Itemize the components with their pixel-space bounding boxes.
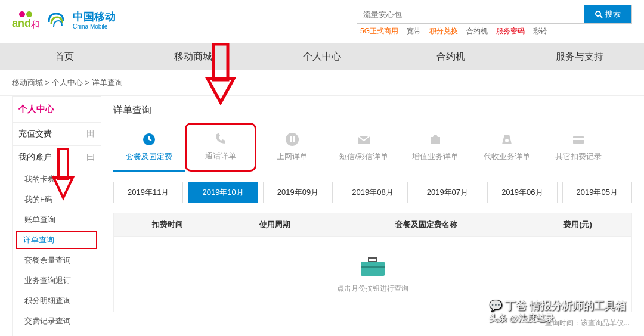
sidebar-item[interactable]: 我的F码 bbox=[13, 189, 101, 210]
tab-pause[interactable]: 上网详单 bbox=[256, 125, 328, 172]
nav-mall[interactable]: 移动商城 bbox=[129, 43, 258, 70]
tab-label: 上网详单 bbox=[259, 151, 326, 162]
tab-label: 其它扣费记录 bbox=[545, 151, 612, 162]
sidebar-item[interactable]: 套餐余量查询 bbox=[13, 250, 101, 270]
phone-icon bbox=[212, 130, 229, 147]
quick-link[interactable]: 5G正式商用 bbox=[360, 26, 398, 36]
svg-rect-11 bbox=[369, 258, 377, 262]
breadcrumb-item: 详单查询 bbox=[92, 78, 123, 87]
th-name: 套餐及固定费名称 bbox=[329, 219, 524, 230]
svg-line-1 bbox=[600, 15, 602, 18]
sidebar-item[interactable]: 交费记录查询 bbox=[13, 311, 101, 331]
search-button[interactable]: 搜索 bbox=[584, 5, 631, 23]
logo-and: and和 bbox=[12, 11, 39, 30]
tab-label: 增值业务详单 bbox=[402, 151, 469, 162]
watermark: 💬 丁爸 情报分析师的工具箱 头条 @法度笔录 bbox=[489, 298, 626, 324]
month-button[interactable]: 2019年05月 bbox=[562, 182, 632, 203]
tab-label: 通话详单 bbox=[189, 151, 252, 161]
month-bar: 2019年11月2019年10月2019年09月2019年08月2019年07月… bbox=[113, 182, 632, 203]
tab-card[interactable]: 其它扣费记录 bbox=[543, 125, 614, 172]
quick-link[interactable]: 合约机 bbox=[466, 26, 488, 36]
th-time: 扣费时间 bbox=[114, 219, 221, 230]
tab-label: 短信/彩信详单 bbox=[330, 151, 397, 162]
logo-text: 中国移动 China Mobile bbox=[73, 11, 116, 31]
page-title: 详单查询 bbox=[113, 96, 632, 125]
tab-clock[interactable]: 套餐及固定费 bbox=[113, 125, 185, 172]
collapse-icon: 曰 bbox=[86, 152, 95, 163]
tab-moneybag[interactable]: 代收业务详单 bbox=[471, 125, 543, 172]
quick-links: 5G正式商用 宽带 积分兑换 合约机 服务密码 彩铃 bbox=[357, 26, 632, 36]
svg-point-0 bbox=[596, 11, 600, 16]
th-period: 使用周期 bbox=[221, 219, 329, 230]
breadcrumb-item[interactable]: 移动商城 bbox=[12, 78, 43, 87]
nav-support[interactable]: 服务与支持 bbox=[515, 43, 644, 70]
breadcrumb: 移动商城 > 个人中心 > 详单查询 bbox=[0, 70, 644, 96]
quick-link[interactable]: 彩铃 bbox=[533, 26, 547, 36]
month-button[interactable]: 2019年06月 bbox=[487, 182, 557, 203]
nav-home[interactable]: 首页 bbox=[0, 43, 129, 70]
month-button[interactable]: 2019年10月 bbox=[188, 182, 258, 203]
nav-bar: 首页 移动商城 个人中心 合约机 服务与支持 bbox=[0, 43, 644, 70]
clock-icon bbox=[141, 131, 157, 148]
month-button[interactable]: 2019年11月 bbox=[113, 182, 183, 203]
quick-link[interactable]: 宽带 bbox=[407, 26, 421, 36]
tab-bag[interactable]: 增值业务详单 bbox=[400, 125, 471, 172]
sidebar-item[interactable]: 归属地查询 bbox=[13, 331, 101, 336]
search-box: 搜索 bbox=[357, 5, 632, 24]
search-icon bbox=[595, 10, 603, 18]
svg-point-3 bbox=[286, 133, 299, 146]
svg-rect-10 bbox=[361, 262, 385, 276]
svg-rect-9 bbox=[573, 138, 584, 140]
moneybag-icon bbox=[499, 131, 515, 148]
month-button[interactable]: 2019年09月 bbox=[263, 182, 333, 203]
card-icon bbox=[570, 131, 587, 148]
month-button[interactable]: 2019年07月 bbox=[413, 182, 482, 203]
tab-bar: 套餐及固定费通话详单上网详单短信/彩信详单增值业务详单代收业务详单其它扣费记录 bbox=[113, 125, 632, 172]
pause-icon bbox=[284, 131, 301, 148]
empty-hint: 点击月份按钮进行查询 bbox=[114, 284, 631, 294]
tab-label: 代收业务详单 bbox=[473, 151, 540, 162]
sidebar-item[interactable]: 账单查询 bbox=[13, 210, 101, 230]
sidebar-group-recharge[interactable]: 充值交费田 bbox=[13, 123, 101, 146]
sidebar-title: 个人中心 bbox=[13, 97, 101, 123]
sidebar-item[interactable]: 业务查询退订 bbox=[13, 270, 101, 291]
tab-mail[interactable]: 短信/彩信详单 bbox=[328, 125, 400, 172]
logo-china-mobile bbox=[45, 10, 67, 32]
th-fee: 费用(元) bbox=[524, 219, 631, 230]
nav-contract[interactable]: 合约机 bbox=[386, 43, 515, 70]
quick-link[interactable]: 积分兑换 bbox=[429, 26, 458, 36]
quick-link[interactable]: 服务密码 bbox=[496, 26, 525, 36]
svg-rect-5 bbox=[293, 136, 295, 142]
expand-icon: 田 bbox=[86, 129, 95, 139]
table-header: 扣费时间 使用周期 套餐及固定费名称 费用(元) bbox=[113, 213, 632, 237]
sidebar-group-account[interactable]: 我的账户曰 bbox=[13, 146, 101, 169]
breadcrumb-item[interactable]: 个人中心 bbox=[52, 78, 83, 87]
briefcase-icon bbox=[358, 254, 388, 278]
sidebar: 个人中心 充值交费田 我的账户曰 我的卡券我的F码账单查询详单查询套餐余量查询业… bbox=[12, 96, 101, 336]
svg-rect-12 bbox=[361, 266, 385, 268]
svg-point-7 bbox=[505, 139, 509, 142]
sidebar-item[interactable]: 我的卡券 bbox=[13, 169, 101, 189]
tab-phone[interactable]: 通话详单 bbox=[185, 123, 256, 172]
mail-icon bbox=[355, 131, 372, 148]
search-input[interactable] bbox=[357, 5, 584, 23]
bag-icon bbox=[427, 131, 444, 148]
sidebar-item[interactable]: 积分明细查询 bbox=[13, 291, 101, 311]
svg-rect-4 bbox=[290, 136, 292, 142]
month-button[interactable]: 2019年08月 bbox=[338, 182, 407, 203]
nav-personal[interactable]: 个人中心 bbox=[258, 43, 386, 70]
tab-label: 套餐及固定费 bbox=[116, 151, 182, 162]
sidebar-item[interactable]: 详单查询 bbox=[16, 231, 97, 249]
